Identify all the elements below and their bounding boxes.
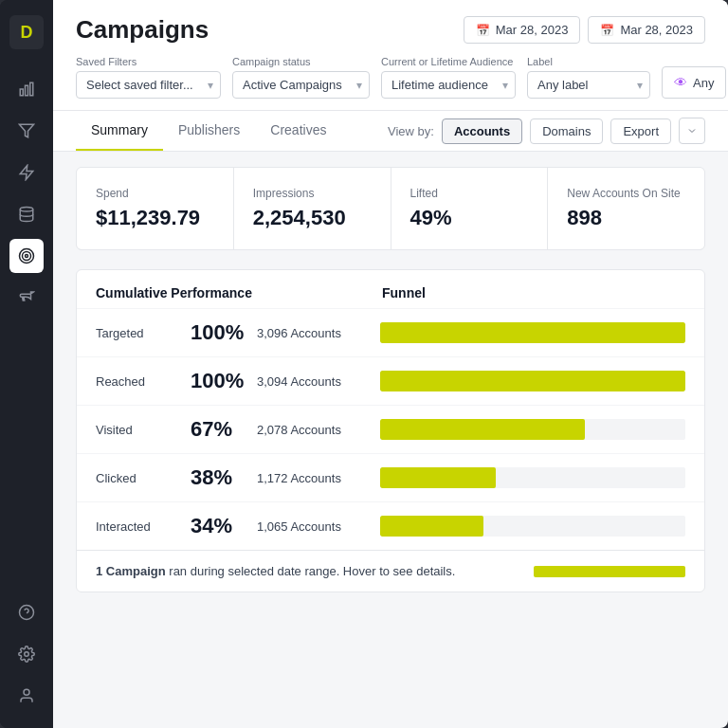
saved-filter-group: Saved Filters Select saved filter...	[76, 56, 221, 99]
svg-point-7	[23, 252, 31, 261]
funnel-bar-container-interacted	[380, 516, 685, 537]
eye-icon: 👁	[674, 75, 687, 90]
stat-impressions-label: Impressions	[253, 187, 372, 200]
funnel-bar-container-clicked	[380, 467, 685, 488]
date-end-button[interactable]: 📅 Mar 28, 2023	[588, 16, 705, 44]
view-by-accounts-button[interactable]: Accounts	[442, 118, 522, 144]
stat-lifted: Lifted 49%	[391, 168, 548, 249]
sidebar-item-bar-chart[interactable]	[9, 72, 44, 106]
label-filter-label: Label	[527, 56, 650, 67]
any-filter-button[interactable]: 👁 Any	[662, 66, 726, 99]
page-header: Campaigns 📅 Mar 28, 2023 📅 Mar 28, 2023 …	[53, 0, 728, 111]
tab-publishers[interactable]: Publishers	[163, 111, 255, 151]
svg-point-5	[20, 208, 33, 212]
funnel-bar-reached	[380, 371, 685, 391]
chevron-down-icon	[686, 125, 698, 136]
perf-row-interacted: Interacted 34% 1,065 Accounts	[77, 501, 704, 550]
perf-accounts-targeted: 3,096 Accounts	[257, 326, 380, 340]
funnel-bar-container-reached	[380, 371, 685, 391]
label-filter-select[interactable]: Any label	[527, 71, 650, 99]
campaign-note: 1 Campaign ran during selected date rang…	[77, 550, 704, 592]
tabs-left: Summary Publishers Creatives	[76, 111, 341, 151]
main-content: Campaigns 📅 Mar 28, 2023 📅 Mar 28, 2023 …	[53, 0, 728, 728]
tab-creatives[interactable]: Creatives	[255, 111, 341, 151]
svg-rect-2	[30, 82, 33, 96]
funnel-bar-clicked	[380, 467, 496, 488]
perf-metric-targeted: Targeted	[96, 326, 191, 340]
perf-accounts-clicked: 1,172 Accounts	[257, 471, 380, 485]
perf-metric-visited: Visited	[96, 423, 191, 437]
funnel-bar-targeted	[380, 322, 685, 343]
sidebar: D	[0, 0, 53, 728]
tabs-row: Summary Publishers Creatives View by: Ac…	[53, 111, 728, 152]
sidebar-item-target[interactable]	[9, 239, 44, 273]
perf-row-reached: Reached 100% 3,094 Accounts	[77, 356, 704, 405]
page-title: Campaigns	[76, 15, 209, 45]
sidebar-item-help[interactable]	[9, 595, 44, 629]
perf-row-targeted: Targeted 100% 3,096 Accounts	[77, 308, 704, 356]
tabs-right: View by: Accounts Domains Export	[388, 118, 705, 144]
perf-accounts-interacted: 1,065 Accounts	[257, 519, 380, 534]
stats-row: Spend $11,239.79 Impressions 2,254,530 L…	[76, 167, 705, 250]
calendar-icon: 📅	[476, 24, 490, 37]
sidebar-item-gear[interactable]	[9, 637, 44, 671]
audience-filter-label: Current or Lifetime Audience	[381, 56, 516, 67]
perf-pct-visited: 67%	[191, 417, 257, 442]
stat-spend-value: $11,239.79	[96, 206, 214, 230]
sidebar-item-spark[interactable]	[9, 155, 44, 190]
saved-filter-label: Saved Filters	[76, 56, 221, 67]
stat-new-accounts-label: New Accounts On Site	[567, 187, 685, 200]
svg-marker-3	[20, 124, 34, 137]
status-filter-wrapper: Active Campaigns	[232, 71, 370, 99]
date-start-button[interactable]: 📅 Mar 28, 2023	[464, 16, 581, 44]
campaign-note-suffix: ran during selected date range. Hover to…	[166, 564, 456, 578]
sidebar-item-stack[interactable]	[9, 197, 44, 231]
perf-accounts-reached: 3,094 Accounts	[257, 374, 380, 389]
svg-rect-0	[20, 89, 23, 96]
tab-summary[interactable]: Summary	[76, 111, 163, 151]
stat-lifted-value: 49%	[410, 206, 529, 230]
perf-pct-clicked: 38%	[191, 465, 257, 490]
perf-row-clicked: Clicked 38% 1,172 Accounts	[77, 453, 704, 501]
audience-filter-select[interactable]: Lifetime audience	[381, 71, 516, 99]
calendar-icon-2: 📅	[600, 24, 614, 37]
perf-pct-reached: 100%	[191, 369, 257, 393]
perf-pct-interacted: 34%	[191, 514, 257, 538]
status-filter-select[interactable]: Active Campaigns	[232, 71, 370, 99]
perf-accounts-visited: 2,078 Accounts	[257, 423, 380, 437]
saved-filter-select[interactable]: Select saved filter...	[76, 71, 221, 99]
date-end-label: Mar 28, 2023	[620, 23, 693, 37]
performance-title: Cumulative Performance	[96, 285, 382, 300]
stat-new-accounts-value: 898	[567, 206, 685, 230]
stat-spend: Spend $11,239.79	[77, 168, 233, 249]
campaign-timeline-bar	[534, 566, 685, 577]
svg-point-11	[25, 652, 29, 657]
svg-rect-1	[26, 85, 28, 96]
app-logo[interactable]: D	[9, 15, 44, 49]
view-by-domains-button[interactable]: Domains	[530, 118, 603, 144]
export-button[interactable]: Export	[610, 118, 671, 144]
content-area: Spend $11,239.79 Impressions 2,254,530 L…	[53, 152, 728, 728]
perf-metric-clicked: Clicked	[96, 471, 191, 485]
status-filter-label: Campaign status	[232, 56, 370, 67]
perf-metric-interacted: Interacted	[96, 519, 191, 534]
audience-filter-wrapper: Lifetime audience	[381, 71, 516, 99]
performance-section: Cumulative Performance Funnel Targeted 1…	[76, 269, 705, 592]
sidebar-item-megaphone[interactable]	[9, 281, 44, 315]
funnel-bar-visited	[380, 419, 585, 440]
label-filter-wrapper: Any label	[527, 71, 650, 99]
saved-filter-wrapper: Select saved filter...	[76, 71, 221, 99]
sidebar-item-user[interactable]	[9, 679, 44, 713]
audience-filter-group: Current or Lifetime Audience Lifetime au…	[381, 56, 516, 99]
stat-new-accounts: New Accounts On Site 898	[548, 168, 704, 249]
stat-impressions: Impressions 2,254,530	[234, 168, 391, 249]
chevron-down-button[interactable]	[679, 118, 705, 144]
sidebar-item-funnel[interactable]	[9, 114, 44, 148]
filters-row: Saved Filters Select saved filter... Cam…	[76, 56, 705, 110]
perf-row-visited: Visited 67% 2,078 Accounts	[77, 405, 704, 453]
stat-lifted-label: Lifted	[410, 187, 529, 200]
any-filter-label: Any	[693, 76, 714, 90]
perf-pct-targeted: 100%	[191, 320, 257, 345]
svg-point-8	[26, 255, 28, 258]
performance-header: Cumulative Performance Funnel	[77, 270, 704, 308]
